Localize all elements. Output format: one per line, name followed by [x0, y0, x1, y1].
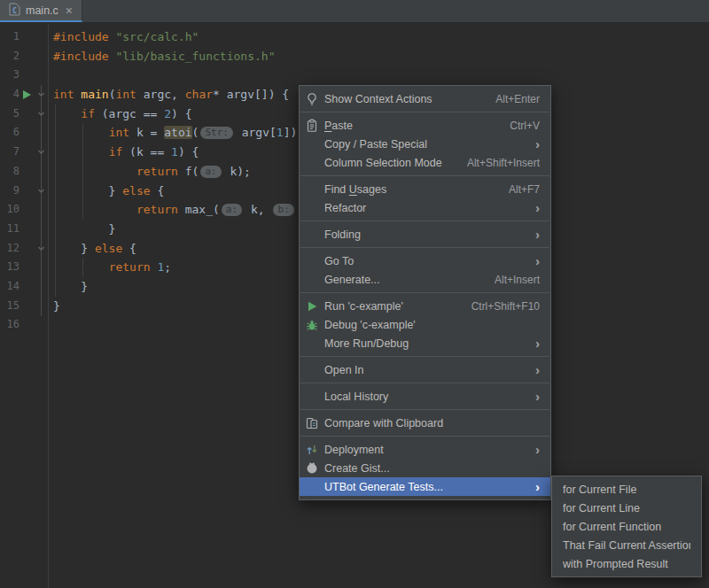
parameter-hint: b:	[273, 204, 293, 216]
line-number[interactable]: 16	[0, 315, 19, 335]
menu-item-for-current-file[interactable]: for Current File	[552, 480, 701, 499]
menu-item-utbot-generate-tests[interactable]: UTBot Generate Tests...›	[300, 477, 550, 496]
menu-separator	[300, 247, 549, 248]
code-token: 1	[171, 145, 178, 159]
menu-item-compare-with-clipboard[interactable]: Compare with Clipboard	[300, 414, 550, 432]
menu-separator	[300, 409, 549, 410]
code-token: k =	[129, 126, 164, 139]
c-file-icon: C	[9, 3, 20, 19]
line-number[interactable]: 2	[0, 47, 19, 66]
code-token: k);	[223, 165, 251, 178]
tab-main-c[interactable]: C main.c ×	[0, 0, 82, 22]
menu-separator	[300, 220, 549, 221]
menu-item-copy-paste-special[interactable]: Copy / Paste Special›	[300, 135, 550, 153]
fold-icon[interactable]	[34, 182, 48, 201]
line-number[interactable]: 3	[0, 66, 19, 85]
menu-separator	[300, 175, 549, 176]
menu-separator	[300, 356, 549, 357]
code-token: f(	[178, 165, 199, 178]
menu-item-open-in[interactable]: Open In›	[300, 360, 550, 379]
code-line[interactable]: 2#include "lib/basic_functions.h"	[0, 47, 709, 66]
code-line[interactable]: 1#include "src/calc.h"	[0, 27, 709, 47]
code-text: #include "src/calc.h"	[53, 27, 709, 47]
menu-item-generate[interactable]: Generate...Alt+Insert	[300, 270, 550, 289]
line-number[interactable]: 4	[0, 85, 19, 104]
icon-spacer	[305, 363, 319, 377]
menu-item-find-usages[interactable]: Find UsagesAlt+F7	[300, 180, 550, 198]
line-number[interactable]: 13	[0, 258, 19, 277]
gutter-cell	[19, 123, 34, 143]
icon-spacer	[305, 182, 319, 197]
code-token: #include	[53, 30, 109, 43]
code-token	[53, 203, 136, 216]
menu-item-label: Refactor	[324, 202, 519, 214]
code-token: return	[136, 165, 178, 178]
parameter-hint: a:	[222, 204, 242, 216]
icon-spacer	[305, 254, 319, 268]
code-token: argc,	[136, 88, 185, 101]
menu-item-label: More Run/Debug	[324, 337, 519, 350]
ide-window: { "tab": { "title": "main.c", "close_lab…	[0, 0, 709, 588]
menu-item-with-prompted-result[interactable]: with Prompted Result	[552, 554, 701, 573]
line-number[interactable]: 7	[0, 143, 19, 162]
menu-item-label: Compare with Clipboard	[324, 417, 540, 429]
line-number[interactable]: 6	[0, 123, 19, 143]
line-number[interactable]: 12	[0, 239, 19, 259]
menu-item-label: Create Gist...	[324, 462, 540, 475]
menu-separator	[300, 383, 549, 383]
utbot-generate-tests-submenu: for Current Filefor Current Linefor Curr…	[551, 476, 702, 577]
menu-item-more-run-debug[interactable]: More Run/Debug›	[300, 334, 550, 352]
fold-cell	[34, 297, 48, 316]
icon-spacer	[305, 137, 319, 151]
menu-item-column-selection-mode[interactable]: Column Selection ModeAlt+Shift+Insert	[300, 153, 550, 172]
fold-icon[interactable]	[34, 143, 48, 162]
gutter-cell	[19, 258, 34, 277]
menu-item-show-context-actions[interactable]: Show Context ActionsAlt+Enter	[300, 89, 550, 108]
line-number[interactable]: 9	[0, 182, 19, 201]
run-gutter-cell[interactable]	[19, 85, 34, 104]
menu-item-local-history[interactable]: Local History›	[300, 387, 550, 406]
menu-item-label: Run 'c-example'	[324, 300, 456, 313]
fold-icon[interactable]	[34, 85, 48, 104]
run-icon[interactable]	[23, 90, 31, 99]
line-number[interactable]: 1	[0, 27, 19, 47]
menu-item-label: Column Selection Mode	[324, 157, 451, 169]
fold-icon[interactable]	[34, 104, 48, 124]
code-token: }	[53, 242, 95, 255]
menu-item-label: That Fail Current Assertion	[563, 539, 690, 552]
editor-tab-bar: C main.c ×	[0, 0, 709, 23]
menu-item-label: Copy / Paste Special	[324, 138, 519, 151]
menu-item-label: Deployment	[324, 444, 519, 456]
line-number[interactable]: 15	[0, 297, 19, 316]
line-number[interactable]: 8	[0, 162, 19, 182]
menu-item-run-c-example[interactable]: Run 'c-example'Ctrl+Shift+F10	[300, 297, 550, 315]
code-line[interactable]: 3	[0, 66, 709, 85]
menu-item-paste[interactable]: PasteCtrl+V	[300, 116, 550, 135]
menu-item-for-current-line[interactable]: for Current Line	[552, 499, 701, 517]
code-token: }	[53, 184, 122, 197]
code-token: }	[53, 299, 60, 313]
menu-item-label: Folding	[324, 228, 519, 241]
code-token: return	[109, 260, 151, 274]
icon-spacer	[305, 337, 319, 351]
menu-item-debug-c-example[interactable]: Debug 'c-example'	[300, 315, 550, 334]
menu-item-refactor[interactable]: Refactor›	[300, 198, 550, 217]
code-token: k,	[244, 203, 271, 216]
line-number[interactable]: 5	[0, 104, 19, 124]
menu-item-folding[interactable]: Folding›	[300, 225, 550, 244]
line-number[interactable]: 10	[0, 200, 19, 220]
menu-item-deployment[interactable]: Deployment›	[300, 440, 550, 459]
submenu-arrow-icon: ›	[535, 390, 540, 403]
menu-item-for-current-function[interactable]: for Current Function	[552, 517, 701, 536]
compare-icon	[305, 416, 319, 430]
line-number[interactable]: 11	[0, 220, 19, 239]
menu-item-create-gist[interactable]: Create Gist...	[300, 459, 550, 477]
menu-item-that-fail-current-assertion[interactable]: That Fail Current Assertion	[552, 536, 701, 554]
gutter-cell	[19, 277, 34, 297]
close-icon[interactable]: ×	[66, 4, 73, 17]
code-token: }	[53, 222, 115, 236]
code-token: return	[136, 203, 178, 216]
menu-item-go-to[interactable]: Go To›	[300, 251, 550, 270]
fold-icon[interactable]	[34, 239, 48, 259]
line-number[interactable]: 14	[0, 277, 19, 297]
